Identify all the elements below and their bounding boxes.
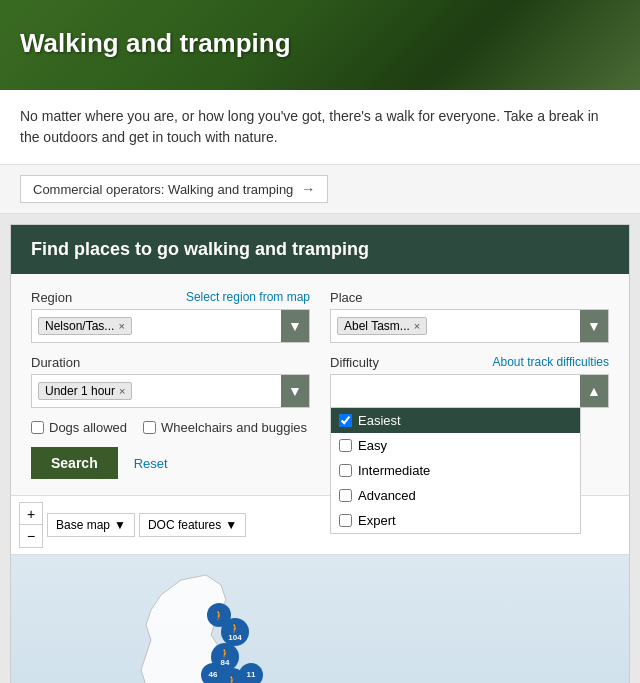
region-tag[interactable]: Nelson/Tas... × — [38, 317, 132, 335]
map-canvas: 🚶 🚶 104 🚶 84 46 🚶 215 11 🚶 11 — [11, 555, 629, 683]
wheelchairs-checkbox-label[interactable]: Wheelchairs and buggies — [143, 420, 307, 435]
map-marker-11a[interactable]: 11 — [239, 663, 263, 683]
reset-link[interactable]: Reset — [134, 456, 168, 471]
duration-select[interactable]: Under 1 hour × ▼ — [31, 374, 310, 408]
difficulty-checkbox-easiest[interactable] — [339, 414, 352, 427]
region-label: Region Select region from map — [31, 290, 310, 305]
zoom-in-button[interactable]: + — [20, 503, 42, 525]
place-tag[interactable]: Abel Tasm... × — [337, 317, 427, 335]
duration-difficulty-row: Duration Under 1 hour × ▼ Difficulty Abo… — [31, 355, 609, 408]
duration-dropdown-arrow[interactable]: ▼ — [281, 375, 309, 407]
duration-tags: Under 1 hour × — [32, 379, 281, 403]
select-region-map-link[interactable]: Select region from map — [186, 290, 310, 304]
intro-text: No matter where you are, or how long you… — [20, 106, 620, 148]
doc-features-dropdown[interactable]: DOC features ▼ — [139, 513, 246, 537]
place-tags: Abel Tasm... × — [331, 314, 580, 338]
map-marker-104[interactable]: 🚶 104 — [221, 618, 249, 646]
difficulty-group: Difficulty About track difficulties ▲ Ea… — [330, 355, 609, 408]
duration-tag-remove[interactable]: × — [119, 385, 125, 397]
place-dropdown-arrow[interactable]: ▼ — [580, 310, 608, 342]
region-tag-remove[interactable]: × — [118, 320, 124, 332]
duration-tag[interactable]: Under 1 hour × — [38, 382, 132, 400]
dogs-allowed-checkbox-label[interactable]: Dogs allowed — [31, 420, 127, 435]
duration-label: Duration — [31, 355, 310, 370]
difficulty-label: Difficulty About track difficulties — [330, 355, 609, 370]
operators-arrow-icon: → — [301, 181, 315, 197]
difficulty-checkbox-advanced[interactable] — [339, 489, 352, 502]
difficulty-checkbox-expert[interactable] — [339, 514, 352, 527]
page-title: Walking and tramping — [0, 0, 640, 87]
operators-label: Commercial operators: Walking and trampi… — [33, 182, 293, 197]
page-header: Walking and tramping — [0, 0, 640, 90]
main-panel: Find places to go walking and tramping R… — [10, 224, 630, 683]
place-select[interactable]: Abel Tasm... × ▼ — [330, 309, 609, 343]
difficulty-option-easy[interactable]: Easy — [331, 433, 580, 458]
difficulty-input-row[interactable]: ▲ — [330, 374, 609, 408]
base-map-arrow-icon: ▼ — [114, 518, 126, 532]
region-select[interactable]: Nelson/Tas... × ▼ — [31, 309, 310, 343]
operators-bar: Commercial operators: Walking and trampi… — [0, 165, 640, 214]
place-group: Place Abel Tasm... × ▼ — [330, 290, 609, 343]
difficulty-checkbox-easy[interactable] — [339, 439, 352, 452]
operators-link[interactable]: Commercial operators: Walking and trampi… — [20, 175, 328, 203]
find-header: Find places to go walking and tramping — [11, 225, 629, 274]
region-dropdown-arrow[interactable]: ▼ — [281, 310, 309, 342]
zoom-out-button[interactable]: − — [20, 525, 42, 547]
difficulty-option-expert[interactable]: Expert — [331, 508, 580, 533]
place-tag-remove[interactable]: × — [414, 320, 420, 332]
difficulty-checkbox-intermediate[interactable] — [339, 464, 352, 477]
difficulty-input[interactable] — [331, 380, 580, 403]
difficulty-option-intermediate[interactable]: Intermediate — [331, 458, 580, 483]
duration-group: Duration Under 1 hour × ▼ — [31, 355, 310, 408]
difficulty-option-easiest[interactable]: Easiest — [331, 408, 580, 433]
doc-features-arrow-icon: ▼ — [225, 518, 237, 532]
region-place-row: Region Select region from map Nelson/Tas… — [31, 290, 609, 343]
wheelchairs-checkbox[interactable] — [143, 421, 156, 434]
difficulty-dropdown: Easiest Easy Intermediate Advanced — [330, 408, 581, 534]
base-map-dropdown[interactable]: Base map ▼ — [47, 513, 135, 537]
dogs-allowed-checkbox[interactable] — [31, 421, 44, 434]
difficulty-info-link[interactable]: About track difficulties — [492, 355, 609, 369]
difficulty-option-advanced[interactable]: Advanced — [331, 483, 580, 508]
difficulty-dropdown-arrow[interactable]: ▲ — [580, 375, 608, 407]
place-label: Place — [330, 290, 609, 305]
search-button[interactable]: Search — [31, 447, 118, 479]
region-tags: Nelson/Tas... × — [32, 314, 281, 338]
form-area: Region Select region from map Nelson/Tas… — [11, 274, 629, 495]
region-group: Region Select region from map Nelson/Tas… — [31, 290, 310, 343]
nz-map-svg — [51, 560, 351, 683]
map-zoom-controls: + − — [19, 502, 43, 548]
intro-section: No matter where you are, or how long you… — [0, 90, 640, 165]
